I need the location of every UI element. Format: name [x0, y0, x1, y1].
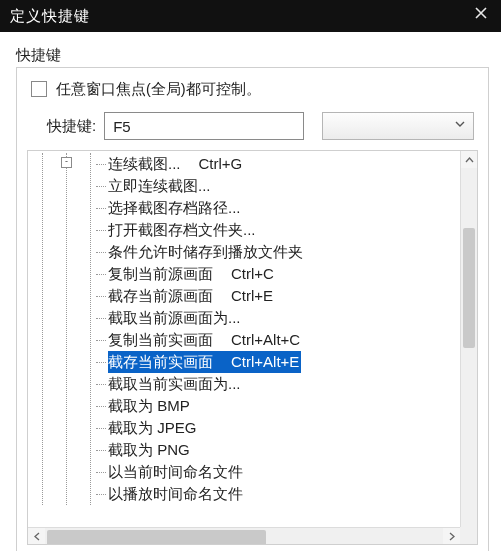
tree-item-shortcut: Ctrl+E [231, 287, 273, 304]
tree-item-label: 截取为 PNG [108, 441, 208, 458]
tree-item-label: 截取为 JPEG [108, 419, 214, 436]
group-box: 任意窗口焦点(全局)都可控制。 快捷键: 连续截图...Ctrl+G立即连续截图… [16, 67, 489, 551]
group-label: 快捷键 [16, 46, 489, 65]
tree-item[interactable]: 截取为 PNG [108, 439, 477, 461]
content-area: 快捷键 任意窗口焦点(全局)都可控制。 快捷键: [0, 32, 501, 551]
tree-item[interactable]: 复制当前源画面Ctrl+C [108, 263, 477, 285]
scroll-up-icon[interactable] [461, 151, 477, 168]
tree-item[interactable]: 截取当前源画面为... [108, 307, 477, 329]
global-focus-checkbox[interactable] [31, 81, 47, 97]
tree-guide-line [42, 153, 43, 505]
tree-item[interactable]: 截存当前实画面Ctrl+Alt+E [108, 351, 301, 373]
tree-item[interactable]: 打开截图存档文件夹... [108, 219, 477, 241]
tree-item-label: 以当前时间命名文件 [108, 463, 261, 480]
close-icon[interactable] [471, 6, 491, 26]
hotkey-row: 快捷键: [47, 112, 474, 140]
hotkey-input[interactable] [104, 112, 304, 140]
tree-item-label: 复制当前实画面 [108, 331, 231, 348]
tree-item-label: 复制当前源画面 [108, 265, 231, 282]
scroll-thumb[interactable] [47, 530, 266, 545]
command-tree[interactable]: 连续截图...Ctrl+G立即连续截图...选择截图存档路径...打开截图存档文… [28, 151, 477, 544]
tree-item-label: 以播放时间命名文件 [108, 485, 261, 502]
tree-item[interactable]: 截取为 BMP [108, 395, 477, 417]
scroll-right-icon[interactable] [443, 528, 460, 544]
tree-item[interactable]: 条件允许时储存到播放文件夹 [108, 241, 477, 263]
tree-item[interactable]: 连续截图...Ctrl+G [108, 153, 477, 175]
tree-item-label: 截取为 BMP [108, 397, 208, 414]
tree-item-label: 截存当前源画面 [108, 287, 231, 304]
tree-item-shortcut: Ctrl+Alt+E [231, 353, 299, 370]
tree-item-label: 打开截图存档文件夹... [108, 221, 274, 238]
scroll-left-icon[interactable] [28, 528, 45, 544]
hotkey-label: 快捷键: [47, 117, 96, 136]
global-focus-label: 任意窗口焦点(全局)都可控制。 [56, 80, 261, 99]
chevron-down-icon [455, 121, 465, 131]
tree-item-shortcut: Ctrl+G [199, 155, 243, 172]
titlebar: 定义快捷键 [0, 0, 501, 32]
tree-item-shortcut: Ctrl+C [231, 265, 274, 282]
tree-collapse-icon[interactable] [61, 157, 72, 168]
tree-item-shortcut: Ctrl+Alt+C [231, 331, 300, 348]
tree-item[interactable]: 截取为 JPEG [108, 417, 477, 439]
scroll-thumb[interactable] [463, 228, 475, 348]
tree-item[interactable]: 立即连续截图... [108, 175, 477, 197]
global-focus-row: 任意窗口焦点(全局)都可控制。 [27, 78, 478, 100]
tree-item[interactable]: 以当前时间命名文件 [108, 461, 477, 483]
tree-item-label: 连续截图... [108, 155, 199, 172]
scrollbar-corner [460, 527, 477, 544]
tree-item[interactable]: 截取当前实画面为... [108, 373, 477, 395]
tree-item-label: 选择截图存档路径... [108, 199, 259, 216]
tree-guide-line [90, 153, 91, 505]
tree-item[interactable]: 以播放时间命名文件 [108, 483, 477, 505]
window-title: 定义快捷键 [10, 7, 90, 26]
tree-item-label: 截取当前实画面为... [108, 375, 259, 392]
tree-item-label: 条件允许时储存到播放文件夹 [108, 243, 321, 260]
action-dropdown[interactable] [322, 112, 474, 140]
tree-item[interactable]: 选择截图存档路径... [108, 197, 477, 219]
tree-guide-line [66, 153, 67, 505]
vertical-scrollbar[interactable] [460, 151, 477, 544]
scroll-track[interactable] [461, 168, 477, 527]
tree-item-label: 截取当前源画面为... [108, 309, 259, 326]
scroll-track[interactable] [45, 528, 443, 544]
tree-item[interactable]: 复制当前实画面Ctrl+Alt+C [108, 329, 477, 351]
tree-item-label: 截存当前实画面 [108, 353, 231, 370]
tree-container: 连续截图...Ctrl+G立即连续截图...选择截图存档路径...打开截图存档文… [27, 150, 478, 545]
tree-item-label: 立即连续截图... [108, 177, 229, 194]
horizontal-scrollbar[interactable] [28, 527, 460, 544]
tree-item[interactable]: 截存当前源画面Ctrl+E [108, 285, 477, 307]
